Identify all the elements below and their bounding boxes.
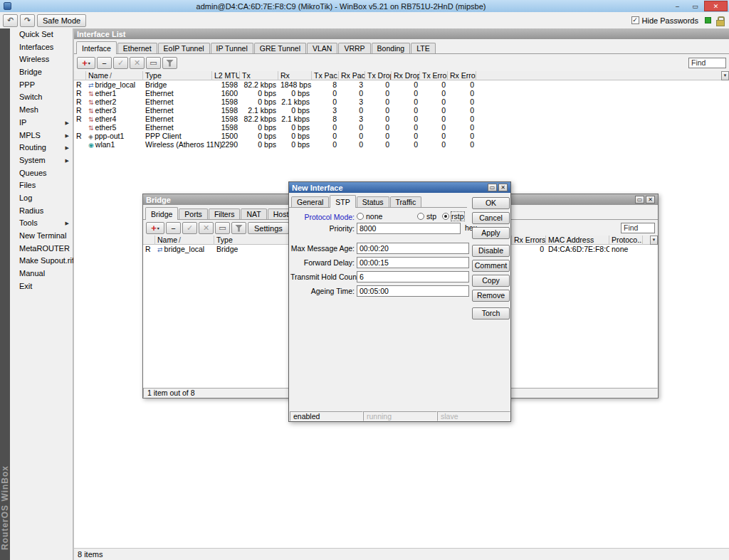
sidebar-item-wireless[interactable]: Wireless — [10, 53, 73, 66]
tab-ethernet[interactable]: Ethernet — [117, 43, 157, 53]
table-row[interactable]: R ⇅ether1 Ethernet 1600 0 bps 0 bps 0 0 … — [74, 89, 729, 97]
sidebar-item-bridge[interactable]: Bridge — [10, 66, 73, 79]
column-l2mtu[interactable]: L2 MTU — [212, 71, 240, 80]
transmit-hold-count-input[interactable]: 6 — [357, 271, 469, 282]
column-rx[interactable]: Rx — [278, 71, 312, 80]
sidebar-item-quick-set[interactable]: Quick Set — [10, 28, 73, 41]
sidebar-item-log[interactable]: Log — [10, 192, 73, 205]
remove-button[interactable]: − — [166, 222, 181, 234]
sidebar-item-tools[interactable]: Tools▶ — [10, 217, 73, 230]
copy-button[interactable]: Copy — [472, 275, 510, 287]
radio-stp[interactable]: stp — [417, 211, 436, 221]
radio-rstp[interactable]: rstp — [442, 211, 464, 221]
sidebar-item-new-terminal[interactable]: New Terminal — [10, 230, 73, 243]
table-row[interactable]: R ⇄bridge_local Bridge 1598 82.2 kbps 18… — [74, 80, 729, 89]
column-rx-errors[interactable]: Rx Errors — [512, 236, 546, 245]
tab-gre-tunnel[interactable]: GRE Tunnel — [254, 43, 306, 53]
tab-nat[interactable]: NAT — [241, 208, 266, 219]
interface-list-titlebar[interactable]: Interface List — [74, 28, 729, 39]
column-name[interactable]: Name/ — [155, 236, 214, 245]
add-button[interactable]: +▾ — [77, 57, 95, 69]
tab-traffic[interactable]: Traffic — [390, 196, 422, 207]
sidebar-item-manual[interactable]: Manual — [10, 268, 73, 280]
sidebar-item-interfaces[interactable]: Interfaces — [10, 41, 73, 54]
tab-stp[interactable]: STP — [330, 195, 355, 208]
column-protocol[interactable]: Protoco... — [609, 236, 643, 245]
hide-passwords-checkbox[interactable]: ✓ Hide Passwords — [631, 16, 698, 25]
tab-eoip-tunnel[interactable]: EoIP Tunnel — [158, 43, 210, 53]
sidebar-item-mpls[interactable]: MPLS▶ — [10, 130, 73, 142]
column-selector-button[interactable]: ▼ — [650, 236, 658, 245]
sidebar-item-system[interactable]: System▶ — [10, 154, 73, 167]
tab-interface[interactable]: Interface — [76, 41, 117, 54]
column-flags[interactable] — [143, 236, 155, 245]
tab-vlan[interactable]: VLAN — [307, 43, 337, 53]
settings-button[interactable]: Settings — [248, 222, 289, 234]
minimize-button[interactable]: – — [668, 1, 686, 11]
sidebar-item-routing[interactable]: Routing▶ — [10, 142, 73, 154]
column-rx-drops[interactable]: Rx Drops — [392, 71, 420, 80]
tab-ip-tunnel[interactable]: IP Tunnel — [211, 43, 253, 53]
filter-button[interactable] — [162, 57, 177, 69]
ageing-time-input[interactable]: 00:05:00 — [357, 285, 469, 297]
filter-button[interactable] — [231, 222, 246, 234]
sidebar-item-radius[interactable]: Radius — [10, 205, 73, 218]
close-button[interactable]: ✕ — [704, 1, 728, 11]
add-button[interactable]: +▾ — [146, 222, 164, 234]
maximize-button[interactable]: ▭ — [686, 1, 704, 11]
sidebar-item-files[interactable]: Files — [10, 179, 73, 192]
shade-button[interactable]: ▭ — [488, 184, 497, 191]
close-window-button[interactable]: ✕ — [646, 196, 655, 204]
close-dialog-button[interactable]: ✕ — [498, 184, 508, 191]
disable-button[interactable]: ✕ — [199, 222, 214, 234]
remove-button[interactable]: − — [97, 57, 112, 69]
column-rx-packets[interactable]: Rx Pac... — [339, 71, 365, 80]
column-rx-errors[interactable]: Rx Errors — [448, 71, 476, 80]
tab-ports[interactable]: Ports — [179, 208, 208, 219]
column-mac-address[interactable]: MAC Address — [546, 236, 609, 245]
table-row[interactable]: R ⇅ether2 Ethernet 1598 0 bps 2.1 kbps 0… — [74, 97, 729, 106]
tab-vrrp[interactable]: VRRP — [338, 43, 370, 53]
max-message-age-input[interactable]: 00:00:20 — [357, 243, 469, 254]
tab-general[interactable]: General — [291, 196, 329, 207]
sidebar-item-exit[interactable]: Exit — [10, 280, 73, 293]
forward-delay-input[interactable]: 00:00:15 — [357, 257, 469, 268]
table-row[interactable]: R ⇅ether3 Ethernet 1598 2.1 kbps 0 bps 3… — [74, 106, 729, 115]
cancel-button[interactable]: Cancel — [472, 212, 510, 224]
enable-button[interactable]: ✓ — [113, 57, 128, 69]
tab-bonding[interactable]: Bonding — [372, 43, 411, 53]
radio-none[interactable]: none — [357, 211, 382, 221]
disable-button[interactable]: ✕ — [130, 57, 145, 69]
remove-button[interactable]: Remove — [472, 290, 510, 302]
column-type[interactable]: Type — [143, 71, 212, 80]
column-tx-errors[interactable]: Tx Errors — [420, 71, 448, 80]
column-name[interactable]: Name/ — [86, 71, 143, 80]
comment-button[interactable]: ▭ — [146, 57, 161, 69]
shade-button[interactable]: ▭ — [635, 196, 644, 204]
torch-button[interactable]: Torch — [472, 307, 510, 319]
table-row[interactable]: ◉wlan1 Wireless (Atheros 11N) 2290 0 bps… — [74, 140, 729, 149]
table-row[interactable]: R ⇅ether4 Ethernet 1598 82.2 kbps 2.1 kb… — [74, 115, 729, 123]
safe-mode-button[interactable]: Safe Mode — [37, 14, 86, 27]
apply-button[interactable]: Apply — [472, 227, 510, 239]
sidebar-item-ppp[interactable]: PPP — [10, 79, 73, 92]
table-row[interactable]: R ◈ppp-out1 PPP Client 1500 0 bps 0 bps … — [74, 132, 729, 140]
find-box[interactable]: Find — [688, 58, 726, 68]
sidebar-item-switch[interactable]: Switch — [10, 91, 73, 104]
sidebar-item-mesh[interactable]: Mesh — [10, 104, 73, 117]
sidebar-item-queues[interactable]: Queues — [10, 167, 73, 180]
column-tx-drops[interactable]: Tx Drops — [365, 71, 392, 80]
priority-input[interactable]: 8000 — [357, 223, 461, 234]
column-tx[interactable]: Tx — [240, 71, 278, 80]
dialog-titlebar[interactable]: New Interface ▭ ✕ — [289, 182, 510, 193]
sidebar-item-make-supout[interactable]: Make Supout.rif — [10, 255, 73, 268]
enable-button[interactable]: ✓ — [182, 222, 197, 234]
column-tx-packets[interactable]: Tx Pac... — [312, 71, 339, 80]
tab-status[interactable]: Status — [357, 196, 389, 207]
tab-filters[interactable]: Filters — [209, 208, 241, 219]
redo-button[interactable]: ↷ — [20, 14, 35, 27]
disable-button[interactable]: Disable — [472, 245, 510, 257]
tab-lte[interactable]: LTE — [411, 43, 435, 53]
sidebar-item-ip[interactable]: IP▶ — [10, 117, 73, 130]
tab-bridge[interactable]: Bridge — [145, 207, 178, 220]
